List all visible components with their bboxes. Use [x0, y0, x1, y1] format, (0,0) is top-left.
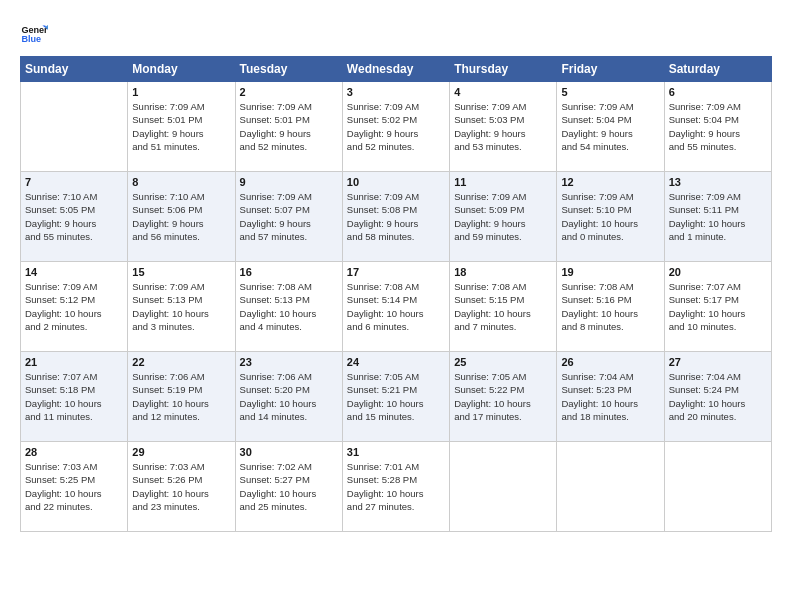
day-info: Sunrise: 7:09 AM Sunset: 5:02 PM Dayligh… [347, 100, 445, 153]
day-info: Sunrise: 7:09 AM Sunset: 5:12 PM Dayligh… [25, 280, 123, 333]
calendar-week-5: 28Sunrise: 7:03 AM Sunset: 5:25 PM Dayli… [21, 442, 772, 532]
calendar-cell [557, 442, 664, 532]
day-info: Sunrise: 7:10 AM Sunset: 5:06 PM Dayligh… [132, 190, 230, 243]
calendar-cell [450, 442, 557, 532]
header-wednesday: Wednesday [342, 57, 449, 82]
day-info: Sunrise: 7:09 AM Sunset: 5:04 PM Dayligh… [669, 100, 767, 153]
day-number: 24 [347, 356, 445, 368]
day-number: 17 [347, 266, 445, 278]
calendar-cell: 6Sunrise: 7:09 AM Sunset: 5:04 PM Daylig… [664, 82, 771, 172]
calendar-cell: 5Sunrise: 7:09 AM Sunset: 5:04 PM Daylig… [557, 82, 664, 172]
calendar-cell: 21Sunrise: 7:07 AM Sunset: 5:18 PM Dayli… [21, 352, 128, 442]
day-number: 4 [454, 86, 552, 98]
day-number: 28 [25, 446, 123, 458]
day-number: 5 [561, 86, 659, 98]
day-number: 6 [669, 86, 767, 98]
calendar-cell: 2Sunrise: 7:09 AM Sunset: 5:01 PM Daylig… [235, 82, 342, 172]
calendar-cell: 14Sunrise: 7:09 AM Sunset: 5:12 PM Dayli… [21, 262, 128, 352]
calendar-cell: 1Sunrise: 7:09 AM Sunset: 5:01 PM Daylig… [128, 82, 235, 172]
day-number: 15 [132, 266, 230, 278]
day-info: Sunrise: 7:09 AM Sunset: 5:01 PM Dayligh… [240, 100, 338, 153]
calendar-week-1: 1Sunrise: 7:09 AM Sunset: 5:01 PM Daylig… [21, 82, 772, 172]
day-number: 7 [25, 176, 123, 188]
day-number: 10 [347, 176, 445, 188]
day-info: Sunrise: 7:08 AM Sunset: 5:13 PM Dayligh… [240, 280, 338, 333]
day-number: 8 [132, 176, 230, 188]
day-number: 2 [240, 86, 338, 98]
day-number: 13 [669, 176, 767, 188]
calendar-cell: 12Sunrise: 7:09 AM Sunset: 5:10 PM Dayli… [557, 172, 664, 262]
calendar-cell: 15Sunrise: 7:09 AM Sunset: 5:13 PM Dayli… [128, 262, 235, 352]
calendar-cell: 31Sunrise: 7:01 AM Sunset: 5:28 PM Dayli… [342, 442, 449, 532]
day-info: Sunrise: 7:09 AM Sunset: 5:10 PM Dayligh… [561, 190, 659, 243]
day-number: 23 [240, 356, 338, 368]
day-info: Sunrise: 7:02 AM Sunset: 5:27 PM Dayligh… [240, 460, 338, 513]
day-info: Sunrise: 7:10 AM Sunset: 5:05 PM Dayligh… [25, 190, 123, 243]
day-number: 29 [132, 446, 230, 458]
calendar-cell: 8Sunrise: 7:10 AM Sunset: 5:06 PM Daylig… [128, 172, 235, 262]
logo: General Blue [20, 20, 50, 48]
header-thursday: Thursday [450, 57, 557, 82]
day-info: Sunrise: 7:09 AM Sunset: 5:07 PM Dayligh… [240, 190, 338, 243]
day-info: Sunrise: 7:09 AM Sunset: 5:13 PM Dayligh… [132, 280, 230, 333]
day-number: 21 [25, 356, 123, 368]
calendar-cell [21, 82, 128, 172]
header-tuesday: Tuesday [235, 57, 342, 82]
day-info: Sunrise: 7:09 AM Sunset: 5:03 PM Dayligh… [454, 100, 552, 153]
calendar-cell: 29Sunrise: 7:03 AM Sunset: 5:26 PM Dayli… [128, 442, 235, 532]
day-number: 16 [240, 266, 338, 278]
day-info: Sunrise: 7:09 AM Sunset: 5:08 PM Dayligh… [347, 190, 445, 243]
day-info: Sunrise: 7:08 AM Sunset: 5:16 PM Dayligh… [561, 280, 659, 333]
calendar-cell: 26Sunrise: 7:04 AM Sunset: 5:23 PM Dayli… [557, 352, 664, 442]
calendar-cell: 9Sunrise: 7:09 AM Sunset: 5:07 PM Daylig… [235, 172, 342, 262]
day-info: Sunrise: 7:04 AM Sunset: 5:24 PM Dayligh… [669, 370, 767, 423]
header-monday: Monday [128, 57, 235, 82]
header-saturday: Saturday [664, 57, 771, 82]
calendar-table: SundayMondayTuesdayWednesdayThursdayFrid… [20, 56, 772, 532]
day-number: 1 [132, 86, 230, 98]
day-number: 27 [669, 356, 767, 368]
header-sunday: Sunday [21, 57, 128, 82]
day-info: Sunrise: 7:09 AM Sunset: 5:11 PM Dayligh… [669, 190, 767, 243]
calendar-cell: 23Sunrise: 7:06 AM Sunset: 5:20 PM Dayli… [235, 352, 342, 442]
day-info: Sunrise: 7:07 AM Sunset: 5:17 PM Dayligh… [669, 280, 767, 333]
calendar-cell: 28Sunrise: 7:03 AM Sunset: 5:25 PM Dayli… [21, 442, 128, 532]
day-number: 3 [347, 86, 445, 98]
calendar-header-row: SundayMondayTuesdayWednesdayThursdayFrid… [21, 57, 772, 82]
day-info: Sunrise: 7:05 AM Sunset: 5:21 PM Dayligh… [347, 370, 445, 423]
calendar-cell: 27Sunrise: 7:04 AM Sunset: 5:24 PM Dayli… [664, 352, 771, 442]
calendar-cell: 16Sunrise: 7:08 AM Sunset: 5:13 PM Dayli… [235, 262, 342, 352]
day-number: 22 [132, 356, 230, 368]
calendar-cell: 17Sunrise: 7:08 AM Sunset: 5:14 PM Dayli… [342, 262, 449, 352]
day-info: Sunrise: 7:06 AM Sunset: 5:20 PM Dayligh… [240, 370, 338, 423]
day-number: 19 [561, 266, 659, 278]
day-number: 9 [240, 176, 338, 188]
day-number: 14 [25, 266, 123, 278]
day-number: 12 [561, 176, 659, 188]
calendar-week-2: 7Sunrise: 7:10 AM Sunset: 5:05 PM Daylig… [21, 172, 772, 262]
calendar-cell: 24Sunrise: 7:05 AM Sunset: 5:21 PM Dayli… [342, 352, 449, 442]
calendar-cell: 19Sunrise: 7:08 AM Sunset: 5:16 PM Dayli… [557, 262, 664, 352]
day-info: Sunrise: 7:09 AM Sunset: 5:01 PM Dayligh… [132, 100, 230, 153]
day-info: Sunrise: 7:03 AM Sunset: 5:26 PM Dayligh… [132, 460, 230, 513]
day-number: 11 [454, 176, 552, 188]
day-info: Sunrise: 7:04 AM Sunset: 5:23 PM Dayligh… [561, 370, 659, 423]
calendar-cell: 4Sunrise: 7:09 AM Sunset: 5:03 PM Daylig… [450, 82, 557, 172]
calendar-cell [664, 442, 771, 532]
day-info: Sunrise: 7:08 AM Sunset: 5:15 PM Dayligh… [454, 280, 552, 333]
day-number: 18 [454, 266, 552, 278]
calendar-week-3: 14Sunrise: 7:09 AM Sunset: 5:12 PM Dayli… [21, 262, 772, 352]
day-number: 25 [454, 356, 552, 368]
day-number: 31 [347, 446, 445, 458]
calendar-week-4: 21Sunrise: 7:07 AM Sunset: 5:18 PM Dayli… [21, 352, 772, 442]
logo-icon: General Blue [20, 20, 48, 48]
day-info: Sunrise: 7:09 AM Sunset: 5:09 PM Dayligh… [454, 190, 552, 243]
day-info: Sunrise: 7:03 AM Sunset: 5:25 PM Dayligh… [25, 460, 123, 513]
day-number: 30 [240, 446, 338, 458]
day-info: Sunrise: 7:09 AM Sunset: 5:04 PM Dayligh… [561, 100, 659, 153]
day-number: 20 [669, 266, 767, 278]
page-header: General Blue [20, 20, 772, 48]
calendar-cell: 13Sunrise: 7:09 AM Sunset: 5:11 PM Dayli… [664, 172, 771, 262]
calendar-cell: 3Sunrise: 7:09 AM Sunset: 5:02 PM Daylig… [342, 82, 449, 172]
calendar-cell: 22Sunrise: 7:06 AM Sunset: 5:19 PM Dayli… [128, 352, 235, 442]
